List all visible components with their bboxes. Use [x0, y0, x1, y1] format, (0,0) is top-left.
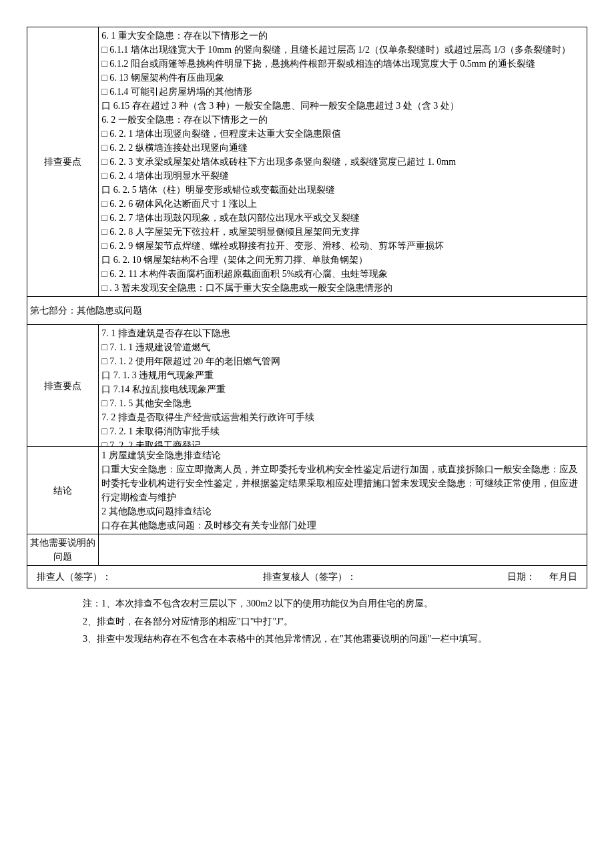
row-section6-points: 排查要点 6. 1 重大安全隐患：存在以下情形之一的 □ 6.1.1 墙体出现缝…: [27, 27, 587, 297]
line: □ 6. 2. 11 木构件表面腐朽面积超原截面面积 5%或有心腐、虫蛀等现象: [101, 267, 584, 281]
line: □ 6.1.1 墙体出现缝宽大于 10mm 的竖向裂缝，且缝长超过层高 1/2（…: [101, 43, 584, 57]
reviewer-signature-label: 排查复核人（签字）：: [263, 570, 356, 584]
note-2: 2、排查时，在各部分对应情形的相应"口"中打"J"。: [83, 613, 587, 631]
line: 口 6. 2. 5 墙体（柱）明显变形或错位或变截面处出现裂缝: [101, 183, 584, 197]
line: □ 6. 2. 1 墙体出现竖向裂缝，但程度未达重大安全隐患限值: [101, 127, 584, 141]
line: 6. 1 重大安全隐患：存在以下情形之一的: [101, 29, 584, 43]
section7-title: 第七部分：其他隐患或问题: [30, 306, 142, 316]
line: 7. 2 排查是否取得生产经营或运营相关行政许可手续: [101, 410, 584, 424]
inspector-signature-label: 排查人（签字）：: [37, 570, 111, 584]
row-signature: 排查人（签字）： 排查复核人（签字）： 日期： 年月日: [27, 566, 587, 588]
row-section7-header: 第七部分：其他隐患或问题: [27, 297, 587, 325]
line: □ 6. 13 钢屋架构件有压曲现象: [101, 71, 584, 85]
line: □ 7. 2. 2 未取得工商登记: [101, 438, 584, 446]
line: □ 6. 2. 2 纵横墙连接处出现竖向通缝: [101, 141, 584, 155]
line: □ 7. 1. 5 其他安全隐患: [101, 396, 584, 410]
line: □ 6. 2. 7 墙体出现鼓闪现象，或在鼓闪部位出现水平或交叉裂缝: [101, 211, 584, 225]
label-cell-section7: 排查要点: [27, 325, 99, 447]
line: □ 6. 2. 3 支承梁或屋架处墙体或砖柱下方出现多条竖向裂缝，或裂缝宽度已超…: [101, 155, 584, 169]
label-text: 其他需要说明的问题: [30, 538, 95, 562]
line: 6. 2 一般安全隐患：存在以下情形之一的: [101, 113, 584, 127]
line: □ 6. 2. 4 墙体出现明显水平裂缝: [101, 169, 584, 183]
content-cell-other: [99, 534, 587, 566]
line: 口重大安全隐患：应立即撤离人员，并立即委托专业机构安全性鉴定后进行加固，或直接拆…: [101, 462, 584, 504]
date-block: 日期： 年月日: [507, 570, 577, 584]
line: 口 6.15 存在超过 3 种（含 3 种）一般安全隐患、同种一般安全隐患超过 …: [101, 99, 584, 113]
date-value: 年月日: [549, 572, 577, 582]
line: □ 6.1.2 阳台或雨篷等悬挑构件明显下挠，悬挑构件根部开裂或相连的墙体出现宽…: [101, 57, 584, 71]
line: 口 7.14 私拉乱接电线现象严重: [101, 382, 584, 396]
clipped-container: 7. 1 排查建筑是否存在以下隐患 □ 7. 1. 1 违规建设管道燃气 □ 7…: [101, 326, 584, 446]
row-section7-points: 排查要点 7. 1 排查建筑是否存在以下隐患 □ 7. 1. 1 违规建设管道燃…: [27, 325, 587, 447]
line: 2 其他隐患或问题排查结论: [101, 504, 584, 518]
line: □ 6. 2. 8 人字屋架无下弦拉杆，或屋架明显侧倾且屋架间无支撑: [101, 225, 584, 239]
footer-notes: 注：1、本次排查不包含农村三层以下，300m2 以下的使用功能仅为自用住宅的房屋…: [27, 595, 587, 648]
content-cell-section6: 6. 1 重大安全隐患：存在以下情形之一的 □ 6.1.1 墙体出现缝宽大于 1…: [99, 27, 587, 297]
line: □ 7. 1. 1 违规建设管道燃气: [101, 340, 584, 354]
label-text: 排查要点: [44, 381, 81, 391]
line: 口 7. 1. 3 违规用气现象严重: [101, 368, 584, 382]
content-cell-conclusion: 1 房屋建筑安全隐患排查结论 口重大安全隐患：应立即撤离人员，并立即委托专业机构…: [99, 447, 587, 534]
line: 口存在其他隐患或问题：及时移交有关专业部门处理: [101, 518, 584, 532]
line: 1 房屋建筑安全隐患排查结论: [101, 448, 584, 462]
row-other-notes: 其他需要说明的问题: [27, 534, 587, 566]
date-label: 日期：: [507, 572, 535, 582]
signature-cell: 排查人（签字）： 排查复核人（签字）： 日期： 年月日: [27, 566, 587, 588]
label-text: 结论: [53, 486, 72, 496]
label-cell-other: 其他需要说明的问题: [27, 534, 99, 566]
inspection-form-table: 排查要点 6. 1 重大安全隐患：存在以下情形之一的 □ 6.1.1 墙体出现缝…: [27, 27, 587, 588]
line: 口 6. 2. 10 钢屋架结构不合理（架体之间无剪刀撑、单肢角钢架）: [101, 253, 584, 267]
label-cell-conclusion: 结论: [27, 447, 99, 534]
line: □ . 3 暂未发现安全隐患：口不属于重大安全隐患或一般安全隐患情形的: [101, 281, 584, 295]
line: 7. 1 排查建筑是否存在以下隐患: [101, 326, 584, 340]
content-cell-section7: 7. 1 排查建筑是否存在以下隐患 □ 7. 1. 1 违规建设管道燃气 □ 7…: [99, 325, 587, 447]
line: □ 6. 2. 6 砌体风化达断面尺寸 1 涨以上: [101, 197, 584, 211]
line: □ 7. 1. 2 使用年限超过 20 年的老旧燃气管网: [101, 354, 584, 368]
line: □ 6. 2. 9 钢屋架节点焊缝、螺栓或聊接有拉开、变形、滑移、松动、剪坏等严…: [101, 239, 584, 253]
line: □ 6.1.4 可能引起房屋坍塌的其他情形: [101, 85, 584, 99]
section7-header-cell: 第七部分：其他隐患或问题: [27, 297, 587, 325]
label-cell-section6: 排查要点: [27, 27, 99, 297]
note-3: 3、排查中发现结构存在不包含在本表格中的其他异常情况，在"其他霜要说明的问题"一…: [83, 630, 587, 648]
note-1: 注：1、本次排查不包含农村三层以下，300m2 以下的使用功能仅为自用住宅的房屋…: [83, 595, 587, 613]
line: □ 7. 2. 1 未取得消防审批手续: [101, 424, 584, 438]
label-text: 排查要点: [44, 157, 81, 167]
row-conclusion: 结论 1 房屋建筑安全隐患排查结论 口重大安全隐患：应立即撤离人员，并立即委托专…: [27, 447, 587, 534]
